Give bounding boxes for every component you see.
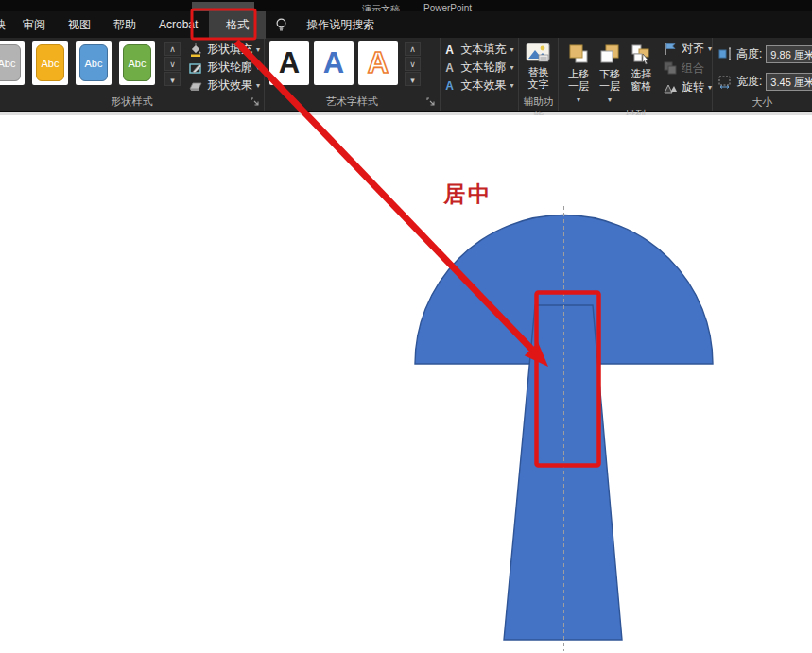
group-text-styles: A 文本填充 ▾ A 文本轮廓 ▾ A 文本效果 ▾ xyxy=(441,38,519,111)
tell-me-bulb-icon xyxy=(266,18,295,32)
shape-style-preset[interactable]: Abc xyxy=(76,41,112,85)
tab-review[interactable]: 审阅 xyxy=(11,11,57,39)
group-objects-label: 组合 xyxy=(682,60,704,77)
gallery-more-icon[interactable]: ▾ xyxy=(405,72,421,86)
alt-text-button[interactable]: 替换 文字 xyxy=(522,41,554,93)
context-tab-drawing-tools[interactable]: 绘图工具 xyxy=(192,2,254,11)
tab-help[interactable]: 帮助 xyxy=(102,11,147,39)
group-accessibility: 替换 文字 辅助功能 xyxy=(519,38,560,111)
text-fill-label: 文本填充 xyxy=(461,42,507,58)
width-row: 宽度: 3.45 厘米 xyxy=(717,71,812,92)
shape-outline-button[interactable]: 形状轮廓 ▾ xyxy=(188,60,260,76)
wordart-preset[interactable]: A xyxy=(314,41,354,85)
bring-forward-icon xyxy=(567,43,590,68)
arrange-small-buttons: 对齐 ▾ 组合 旋转 ▾ xyxy=(657,41,712,95)
shape-gallery-scroll: ∧ ∨ ▾ xyxy=(164,42,181,87)
shape-fill-label: 形状填充 xyxy=(207,42,252,58)
align-flag-icon xyxy=(663,42,678,57)
wordart-letter: A xyxy=(368,48,389,77)
caret-down-icon: ▾ xyxy=(510,45,514,54)
gallery-down-icon[interactable]: ∨ xyxy=(164,57,181,71)
shape-style-preset-label: Abc xyxy=(36,44,64,81)
wordart-gallery-scroll: ∧ ∨ ▾ xyxy=(405,42,421,87)
shape-style-preset[interactable]: Abc xyxy=(0,41,25,85)
caret-down-icon: ▾ xyxy=(708,83,712,92)
width-value: 3.45 xyxy=(770,77,790,88)
shape-format-buttons: 形状填充 ▾ 形状轮廓 ▾ 形状效果 ▾ xyxy=(182,41,264,94)
width-label: 宽度: xyxy=(736,74,762,90)
text-fill-icon: A xyxy=(442,43,458,58)
height-unit: 厘米 xyxy=(794,49,812,60)
width-input[interactable]: 3.45 厘米 xyxy=(766,73,812,91)
caret-down-icon: ▾ xyxy=(510,63,514,72)
caret-down-icon: ▾ xyxy=(256,63,260,72)
text-format-buttons: A 文本填充 ▾ A 文本轮廓 ▾ A 文本效果 ▾ xyxy=(441,41,518,94)
wordart-preset[interactable]: A xyxy=(269,41,309,85)
ribbon-format-tab: Abc Abc Abc Abc ∧ ∨ ▾ 形状填充 ▾ xyxy=(0,38,812,112)
align-button[interactable]: 对齐 ▾ xyxy=(663,41,712,57)
width-icon xyxy=(717,74,733,89)
group-label-shape-styles: 形状样式 xyxy=(0,95,264,111)
dialog-launcher-icon[interactable] xyxy=(425,96,437,108)
paint-bucket-icon xyxy=(188,43,203,58)
selection-pane-button[interactable]: 选择窗格 xyxy=(626,41,657,95)
pencil-outline-icon xyxy=(188,60,203,76)
align-label: 对齐 xyxy=(682,41,704,57)
group-wordart-styles: A A A ∧ ∨ ▾ 艺术字样式 xyxy=(265,38,441,111)
group-shape-styles: Abc Abc Abc Abc ∧ ∨ ▾ 形状填充 ▾ xyxy=(0,38,265,111)
text-effects-icon: A xyxy=(442,78,458,94)
shape-effects-button[interactable]: 形状效果 ▾ xyxy=(188,77,260,94)
bring-forward-button[interactable]: 上移一层 ▾ xyxy=(562,41,594,108)
rotate-icon xyxy=(663,80,678,95)
wordart-preset[interactable]: A xyxy=(358,41,398,85)
caret-down-icon: ▾ xyxy=(256,81,260,90)
height-input[interactable]: 9.86 厘米 xyxy=(766,45,812,63)
caret-down-icon: ▾ xyxy=(608,94,612,106)
tab-acrobat[interactable]: Acrobat xyxy=(147,12,209,37)
width-unit: 厘米 xyxy=(794,77,812,88)
caret-down-icon: ▾ xyxy=(577,94,580,106)
send-backward-button[interactable]: 下移一层 ▾ xyxy=(595,41,626,108)
rotate-button[interactable]: 旋转 ▾ xyxy=(663,79,712,95)
shape-style-preset-label: Abc xyxy=(79,44,108,81)
text-effects-label: 文本效果 xyxy=(461,77,507,94)
slide-canvas[interactable]: 居中 xyxy=(0,115,812,652)
dialog-launcher-icon[interactable] xyxy=(250,96,261,108)
alt-text-label-line1: 替换 xyxy=(527,66,548,78)
shape-style-gallery: Abc Abc Abc Abc xyxy=(0,41,163,85)
gallery-more-icon[interactable]: ▾ xyxy=(164,72,181,86)
tab-view[interactable]: 视图 xyxy=(57,11,102,39)
gallery-up-icon[interactable]: ∧ xyxy=(405,42,421,56)
wordart-gallery: A A A xyxy=(269,41,403,85)
height-row: 高度: 9.86 厘米 xyxy=(717,43,812,64)
gallery-up-icon[interactable]: ∧ xyxy=(164,42,181,56)
shape-style-preset[interactable]: Abc xyxy=(32,41,68,85)
text-fill-button[interactable]: A 文本填充 ▾ xyxy=(442,42,514,58)
annotation-text-centered: 居中 xyxy=(443,180,492,209)
send-backward-icon xyxy=(598,43,621,68)
text-effects-button[interactable]: A 文本效果 ▾ xyxy=(442,77,514,94)
height-value: 9.86 xyxy=(770,49,790,60)
group-label-wordart: 艺术字样式 xyxy=(265,95,440,111)
shape-fill-button[interactable]: 形状填充 ▾ xyxy=(188,42,260,58)
group-objects-button: 组合 xyxy=(663,60,712,77)
tab-format[interactable]: 格式 xyxy=(209,11,266,39)
shape-outline-label: 形状轮廓 xyxy=(207,60,252,76)
selection-pane-icon xyxy=(630,43,652,68)
group-size: 高度: 9.86 厘米 宽度: 3.45 厘米 大小 xyxy=(713,38,812,111)
shape-effect-icon xyxy=(188,78,203,94)
gallery-down-icon[interactable]: ∨ xyxy=(405,57,421,71)
more-arrow: ▾ xyxy=(170,78,175,82)
caret-down-icon: ▾ xyxy=(510,81,514,90)
selection-pane-label: 选择窗格 xyxy=(630,68,653,93)
caret-down-icon: ▾ xyxy=(256,45,260,54)
tell-me-search[interactable]: 操作说明搜索 xyxy=(295,11,386,39)
wordart-letter: A xyxy=(279,48,300,77)
group-label-text-styles xyxy=(441,95,518,111)
tab-slideshow-partial[interactable]: 映 xyxy=(0,11,11,39)
send-backward-label: 下移一层 xyxy=(598,68,622,93)
size-label: 大小 xyxy=(752,96,773,108)
text-outline-button[interactable]: A 文本轮廓 ▾ xyxy=(442,60,514,76)
shape-style-preset[interactable]: Abc xyxy=(119,41,155,85)
shape-style-preset-label: Abc xyxy=(123,44,151,81)
